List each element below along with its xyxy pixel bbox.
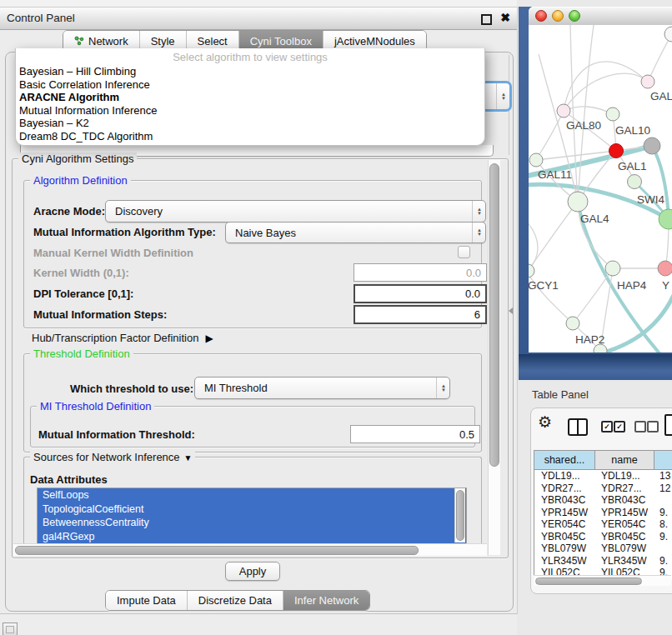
gear-icon[interactable]: ⚙ — [538, 414, 552, 430]
network-node-gal[interactable] — [641, 75, 654, 88]
algorithm-option-dream8-dc-tdc-algorithm[interactable]: Dream8 DC_TDC Algorithm — [16, 130, 484, 143]
table-row[interactable]: YDL19...YDL19...13 — [534, 470, 672, 482]
network-node-y[interactable] — [658, 261, 672, 276]
table-cell: YBL079W — [534, 542, 594, 555]
settings-horizontal-scrollbar-thumb[interactable] — [15, 546, 419, 555]
algorithm-option-basic-correlation-inference[interactable]: Basic Correlation Inference — [16, 78, 484, 92]
control-panel-titlebar: Control Panel ✖ — [0, 7, 517, 30]
network-node-label: GAL10 — [615, 124, 650, 137]
table-horizontal-scrollbar-thumb[interactable] — [535, 578, 642, 585]
network-node-gal80[interactable] — [557, 104, 570, 118]
sources-title-label: Sources for Network Inference — [33, 451, 180, 463]
tab-label: Network — [88, 35, 128, 48]
network-node-gal4[interactable] — [568, 192, 588, 212]
table-cell: YDR27... — [594, 482, 653, 495]
mi-threshold-label: Mutual Information Threshold: — [38, 428, 195, 441]
network-node-hap4[interactable] — [605, 261, 620, 276]
network-node-gal11[interactable] — [529, 153, 543, 167]
table-row[interactable]: YBL079WYBL079W — [534, 542, 672, 555]
spinner-arrows-icon: ▲▼ — [472, 222, 482, 242]
close-button[interactable] — [535, 10, 547, 22]
table-cell: 9. — [653, 531, 672, 543]
table-row[interactable]: YBR043CYBR043C — [534, 494, 672, 507]
mi-type-combo[interactable]: Naive Bayes ▲▼ — [225, 222, 486, 243]
dpi-tolerance-field[interactable]: 0.0 — [354, 284, 487, 303]
table-row[interactable]: YLR345WYLR345W9. — [534, 555, 672, 568]
attribute-gal4rgexp[interactable]: gal4RGexp — [38, 530, 466, 544]
close-panel-icon[interactable]: ✖ — [500, 11, 510, 24]
algorithm-option-aracne-algorithm[interactable]: ARACNE Algorithm — [16, 91, 484, 104]
algorithm-option-bayesian-k2[interactable]: Bayesian – K2 — [16, 117, 484, 130]
collapsed-panel-glyph — [6, 626, 14, 633]
table-row[interactable]: YER054CYER054C8. — [534, 518, 672, 531]
network-edge — [564, 107, 613, 114]
attributes-scrollbar[interactable] — [454, 488, 465, 542]
split-columns-icon[interactable] — [568, 418, 588, 436]
attributes-scrollbar-thumb[interactable] — [456, 490, 464, 541]
table-horizontal-scrollbar[interactable] — [534, 575, 671, 586]
manual-kernel-checkbox[interactable] — [458, 246, 470, 258]
network-edge — [529, 218, 538, 272]
settings-vertical-scrollbar-thumb[interactable] — [489, 163, 499, 467]
zoom-button[interactable] — [569, 10, 580, 22]
node-table: shared...name YDL19...YDL19...13YDR27...… — [534, 450, 672, 579]
table-cell: YDR27... — [534, 482, 594, 495]
network-node-label: HAP4 — [617, 279, 647, 292]
collapsed-panel-icon[interactable] — [3, 622, 18, 635]
column-header-name[interactable]: name — [595, 451, 654, 469]
settings-horizontal-scrollbar[interactable] — [13, 543, 487, 556]
attribute-topologicalcoefficient[interactable]: TopologicalCoefficient — [38, 502, 466, 517]
network-node[interactable] — [659, 209, 672, 229]
table-row[interactable]: YPR145WYPR145W9. — [534, 507, 672, 519]
network-node-gal10[interactable] — [606, 108, 619, 121]
table-cell — [653, 494, 672, 507]
tab-label: Cyni Toolbox — [250, 35, 312, 48]
hub-definition-toggle[interactable]: Hub/Transcription Factor Definition▶ — [32, 332, 213, 344]
network-node[interactable] — [644, 138, 660, 154]
attribute-selfloops[interactable]: SelfLoops — [38, 488, 466, 502]
network-node[interactable] — [664, 27, 672, 42]
tab-label: jActiveMNodules — [334, 35, 415, 48]
settings-vertical-scrollbar[interactable] — [488, 160, 500, 555]
apply-button[interactable]: Apply — [225, 562, 280, 581]
splitpane-handle-icon[interactable] — [509, 308, 513, 314]
network-node-swi4[interactable] — [628, 175, 642, 189]
mi-threshold-group-title: MI Threshold Definition — [37, 400, 154, 412]
mi-threshold-field[interactable]: 0.5 — [350, 425, 480, 443]
checked-box-icon[interactable]: ✓ — [601, 421, 613, 432]
network-icon — [74, 36, 84, 46]
collapse-down-icon: ▼ — [184, 453, 193, 462]
network-node-gal1[interactable] — [609, 144, 624, 158]
unchecked-box-icon[interactable] — [634, 421, 646, 432]
bottom-tab-discretize-data[interactable]: Discretize Data — [187, 591, 283, 610]
table-row[interactable]: YBR045CYBR045C9. — [534, 531, 672, 543]
which-threshold-combo[interactable]: MI Threshold ▲▼ — [194, 377, 450, 399]
network-node-gcy1[interactable] — [529, 264, 534, 278]
attribute-betweennesscentrality[interactable]: BetweennessCentrality — [38, 516, 466, 530]
table-row[interactable]: YDR27...YDR27...12 — [534, 482, 672, 495]
network-node-label: GAL4 — [580, 212, 609, 225]
unchecked-box-icon[interactable] — [647, 421, 659, 432]
column-header-shared[interactable]: shared... — [534, 451, 595, 469]
bottom-tab-label: Discretize Data — [198, 594, 272, 607]
checked-box-icon[interactable]: ✓ — [614, 421, 625, 432]
table-cell: 13 — [653, 470, 672, 482]
network-window: GALGAL80GAL10GAL1GAL11SWI4GAL4GCY1HAP4YH… — [519, 7, 672, 380]
float-window-icon[interactable] — [481, 14, 492, 25]
bottom-tab-impute-data[interactable]: Impute Data — [106, 591, 187, 610]
minimize-button[interactable] — [552, 10, 564, 22]
aracne-mode-combo[interactable]: Discovery ▲▼ — [105, 200, 486, 222]
network-window-titlebar[interactable] — [529, 7, 672, 26]
network-node-hap2[interactable] — [566, 317, 579, 330]
document-icon[interactable] — [664, 414, 672, 436]
algorithm-definition-title: Algorithm Definition — [30, 174, 131, 187]
network-canvas[interactable]: GALGAL80GAL10GAL1GAL11SWI4GAL4GCY1HAP4YH… — [529, 25, 672, 352]
bottom-tab-infer-network[interactable]: Infer Network — [283, 591, 369, 610]
algorithm-option-bayesian-hill-climbing[interactable]: Bayesian – Hill Climbing — [16, 65, 484, 78]
algorithm-option-mutual-information-inference[interactable]: Mutual Information Inference — [16, 104, 484, 118]
sources-title[interactable]: Sources for Network Inference▼ — [30, 451, 195, 463]
spinner-arrows-icon: ▲▼ — [436, 378, 446, 398]
mi-steps-field[interactable]: 6 — [354, 305, 487, 324]
column-header-partial[interactable] — [654, 451, 672, 469]
network-edge — [564, 73, 648, 111]
